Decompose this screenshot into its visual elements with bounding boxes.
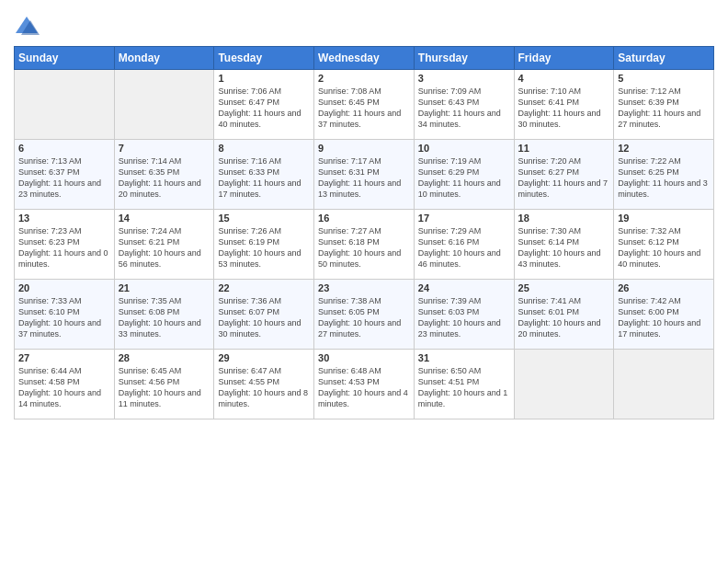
day-number: 2 <box>318 73 410 84</box>
calendar-cell: 28Sunrise: 6:45 AMSunset: 4:56 PMDayligh… <box>114 350 214 419</box>
day-info: Sunrise: 7:42 AMSunset: 6:00 PMDaylight:… <box>618 295 710 340</box>
day-number: 9 <box>318 143 410 154</box>
day-number: 17 <box>418 213 510 224</box>
day-info: Sunrise: 7:27 AMSunset: 6:18 PMDaylight:… <box>318 225 410 270</box>
day-info: Sunrise: 7:24 AMSunset: 6:21 PMDaylight:… <box>119 225 210 270</box>
calendar-cell: 5Sunrise: 7:12 AMSunset: 6:39 PMDaylight… <box>614 70 714 140</box>
calendar-cell <box>614 350 714 419</box>
day-number: 19 <box>618 213 710 224</box>
day-info: Sunrise: 7:30 AMSunset: 6:14 PMDaylight:… <box>518 225 610 270</box>
day-number: 10 <box>418 143 510 154</box>
col-header-thursday: Thursday <box>414 47 514 70</box>
calendar-cell: 17Sunrise: 7:29 AMSunset: 6:16 PMDayligh… <box>414 210 514 280</box>
day-info: Sunrise: 7:19 AMSunset: 6:29 PMDaylight:… <box>418 155 510 201</box>
day-number: 29 <box>218 352 310 363</box>
day-info: Sunrise: 7:23 AMSunset: 6:23 PMDaylight:… <box>18 225 110 270</box>
col-header-friday: Friday <box>514 47 614 70</box>
day-info: Sunrise: 7:20 AMSunset: 6:27 PMDaylight:… <box>518 155 610 201</box>
day-number: 24 <box>418 282 510 293</box>
day-info: Sunrise: 6:44 AMSunset: 4:58 PMDaylight:… <box>18 365 110 410</box>
day-info: Sunrise: 7:33 AMSunset: 6:10 PMDaylight:… <box>18 295 110 340</box>
calendar-cell: 22Sunrise: 7:36 AMSunset: 6:07 PMDayligh… <box>214 280 314 350</box>
col-header-tuesday: Tuesday <box>214 47 314 70</box>
day-number: 25 <box>518 282 610 293</box>
day-number: 13 <box>18 213 110 224</box>
day-info: Sunrise: 7:36 AMSunset: 6:07 PMDaylight:… <box>218 295 310 340</box>
day-number: 1 <box>218 73 310 84</box>
day-number: 18 <box>518 213 610 224</box>
calendar-cell <box>15 70 115 140</box>
day-info: Sunrise: 6:45 AMSunset: 4:56 PMDaylight:… <box>119 365 210 410</box>
calendar-cell: 25Sunrise: 7:41 AMSunset: 6:01 PMDayligh… <box>514 280 614 350</box>
calendar-cell: 10Sunrise: 7:19 AMSunset: 6:29 PMDayligh… <box>414 140 514 210</box>
day-number: 20 <box>18 282 110 293</box>
calendar-cell <box>114 70 214 140</box>
calendar-cell: 26Sunrise: 7:42 AMSunset: 6:00 PMDayligh… <box>614 280 714 350</box>
day-info: Sunrise: 6:47 AMSunset: 4:55 PMDaylight:… <box>218 365 310 410</box>
day-info: Sunrise: 7:13 AMSunset: 6:37 PMDaylight:… <box>18 155 110 201</box>
day-info: Sunrise: 7:41 AMSunset: 6:01 PMDaylight:… <box>518 295 610 340</box>
calendar-cell: 24Sunrise: 7:39 AMSunset: 6:03 PMDayligh… <box>414 280 514 350</box>
day-number: 11 <box>518 143 610 154</box>
calendar-cell: 21Sunrise: 7:35 AMSunset: 6:08 PMDayligh… <box>114 280 214 350</box>
calendar-cell: 30Sunrise: 6:48 AMSunset: 4:53 PMDayligh… <box>314 350 415 419</box>
header-row: SundayMondayTuesdayWednesdayThursdayFrid… <box>15 47 714 70</box>
day-info: Sunrise: 7:09 AMSunset: 6:43 PMDaylight:… <box>418 86 510 131</box>
logo <box>14 13 41 39</box>
col-header-saturday: Saturday <box>614 47 714 70</box>
day-info: Sunrise: 7:29 AMSunset: 6:16 PMDaylight:… <box>418 225 510 270</box>
calendar-cell: 8Sunrise: 7:16 AMSunset: 6:33 PMDaylight… <box>214 140 314 210</box>
day-number: 6 <box>18 143 110 154</box>
col-header-wednesday: Wednesday <box>314 47 415 70</box>
col-header-monday: Monday <box>114 47 214 70</box>
day-number: 15 <box>218 213 310 224</box>
day-number: 14 <box>119 213 210 224</box>
day-number: 7 <box>119 143 210 154</box>
day-number: 4 <box>518 73 610 84</box>
day-info: Sunrise: 7:06 AMSunset: 6:47 PMDaylight:… <box>218 86 310 131</box>
calendar-cell <box>514 350 614 419</box>
week-row-5: 27Sunrise: 6:44 AMSunset: 4:58 PMDayligh… <box>15 350 714 419</box>
calendar-cell: 15Sunrise: 7:26 AMSunset: 6:19 PMDayligh… <box>214 210 314 280</box>
calendar-cell: 29Sunrise: 6:47 AMSunset: 4:55 PMDayligh… <box>214 350 314 419</box>
day-info: Sunrise: 7:35 AMSunset: 6:08 PMDaylight:… <box>119 295 210 340</box>
col-header-sunday: Sunday <box>15 47 115 70</box>
calendar-cell: 7Sunrise: 7:14 AMSunset: 6:35 PMDaylight… <box>114 140 214 210</box>
day-number: 21 <box>119 282 210 293</box>
day-info: Sunrise: 7:10 AMSunset: 6:41 PMDaylight:… <box>518 86 610 131</box>
header <box>14 9 714 39</box>
calendar-cell: 13Sunrise: 7:23 AMSunset: 6:23 PMDayligh… <box>15 210 115 280</box>
week-row-1: 1Sunrise: 7:06 AMSunset: 6:47 PMDaylight… <box>15 70 714 140</box>
day-info: Sunrise: 7:08 AMSunset: 6:45 PMDaylight:… <box>318 86 410 131</box>
day-number: 23 <box>318 282 410 293</box>
day-number: 8 <box>218 143 310 154</box>
calendar-cell: 31Sunrise: 6:50 AMSunset: 4:51 PMDayligh… <box>414 350 514 419</box>
day-info: Sunrise: 7:22 AMSunset: 6:25 PMDaylight:… <box>618 155 710 201</box>
day-number: 31 <box>418 352 510 363</box>
day-info: Sunrise: 7:12 AMSunset: 6:39 PMDaylight:… <box>618 86 710 131</box>
calendar-cell: 11Sunrise: 7:20 AMSunset: 6:27 PMDayligh… <box>514 140 614 210</box>
calendar-cell: 20Sunrise: 7:33 AMSunset: 6:10 PMDayligh… <box>15 280 115 350</box>
calendar-cell: 16Sunrise: 7:27 AMSunset: 6:18 PMDayligh… <box>314 210 415 280</box>
calendar-cell: 2Sunrise: 7:08 AMSunset: 6:45 PMDaylight… <box>314 70 415 140</box>
page: SundayMondayTuesdayWednesdayThursdayFrid… <box>0 0 728 563</box>
day-number: 5 <box>618 73 710 84</box>
calendar-cell: 9Sunrise: 7:17 AMSunset: 6:31 PMDaylight… <box>314 140 415 210</box>
day-info: Sunrise: 7:32 AMSunset: 6:12 PMDaylight:… <box>618 225 710 270</box>
day-number: 22 <box>218 282 310 293</box>
day-info: Sunrise: 7:16 AMSunset: 6:33 PMDaylight:… <box>218 155 310 201</box>
calendar-cell: 1Sunrise: 7:06 AMSunset: 6:47 PMDaylight… <box>214 70 314 140</box>
day-number: 26 <box>618 282 710 293</box>
day-number: 3 <box>418 73 510 84</box>
day-info: Sunrise: 7:17 AMSunset: 6:31 PMDaylight:… <box>318 155 410 201</box>
day-number: 30 <box>318 352 410 363</box>
calendar-cell: 3Sunrise: 7:09 AMSunset: 6:43 PMDaylight… <box>414 70 514 140</box>
day-info: Sunrise: 6:48 AMSunset: 4:53 PMDaylight:… <box>318 365 410 410</box>
week-row-3: 13Sunrise: 7:23 AMSunset: 6:23 PMDayligh… <box>15 210 714 280</box>
day-number: 12 <box>618 143 710 154</box>
calendar-cell: 18Sunrise: 7:30 AMSunset: 6:14 PMDayligh… <box>514 210 614 280</box>
week-row-4: 20Sunrise: 7:33 AMSunset: 6:10 PMDayligh… <box>15 280 714 350</box>
day-info: Sunrise: 6:50 AMSunset: 4:51 PMDaylight:… <box>418 365 510 410</box>
calendar-cell: 4Sunrise: 7:10 AMSunset: 6:41 PMDaylight… <box>514 70 614 140</box>
calendar-cell: 6Sunrise: 7:13 AMSunset: 6:37 PMDaylight… <box>15 140 115 210</box>
